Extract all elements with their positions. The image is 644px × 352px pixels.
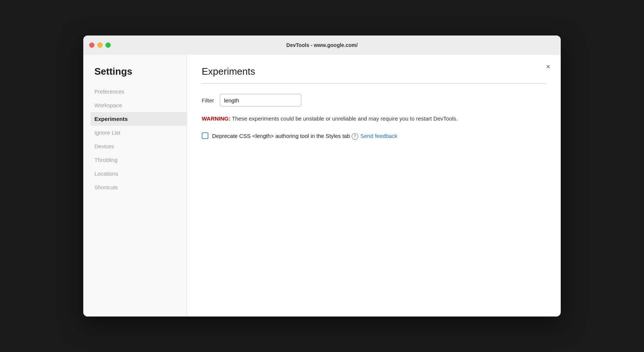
traffic-lights xyxy=(89,43,111,48)
sidebar-item-devices[interactable]: Devices xyxy=(94,139,187,153)
experiment-checkbox[interactable] xyxy=(202,132,208,139)
close-traffic-light[interactable] xyxy=(89,43,94,48)
devtools-window: DevTools - www.google.com/ Settings Pref… xyxy=(83,35,561,317)
main-content: × Experiments Filter WARNING: These expe… xyxy=(187,55,561,317)
filter-label: Filter xyxy=(202,97,214,104)
warning-block: WARNING: These experiments could be unst… xyxy=(202,115,546,123)
sidebar-nav: Preferences Workspace Experiments Ignore… xyxy=(94,85,187,194)
maximize-traffic-light[interactable] xyxy=(105,43,111,48)
experiment-text: Deprecate CSS <length> authoring tool in… xyxy=(212,132,398,141)
filter-row: Filter xyxy=(202,94,546,106)
filter-input[interactable] xyxy=(220,94,301,106)
page-title: Experiments xyxy=(202,66,546,77)
sidebar-item-locations[interactable]: Locations xyxy=(94,167,187,180)
sidebar-item-experiments[interactable]: Experiments xyxy=(91,112,187,126)
content-area: Settings Preferences Workspace Experimen… xyxy=(83,55,561,317)
experiment-item: Deprecate CSS <length> authoring tool in… xyxy=(202,132,546,141)
minimize-traffic-light[interactable] xyxy=(97,43,103,48)
experiment-label: Deprecate CSS <length> authoring tool in… xyxy=(212,133,350,139)
close-button[interactable]: × xyxy=(546,63,550,70)
sidebar-item-workspace[interactable]: Workspace xyxy=(94,98,187,112)
title-divider xyxy=(202,83,546,84)
window-title: DevTools - www.google.com/ xyxy=(286,42,358,48)
sidebar: Settings Preferences Workspace Experimen… xyxy=(83,55,187,317)
sidebar-heading: Settings xyxy=(94,66,187,77)
sidebar-item-preferences[interactable]: Preferences xyxy=(94,85,187,98)
sidebar-item-shortcuts[interactable]: Shortcuts xyxy=(94,180,187,194)
help-icon: ? xyxy=(352,133,358,140)
sidebar-item-ignore-list[interactable]: Ignore List xyxy=(94,126,187,139)
send-feedback-link[interactable]: Send feedback xyxy=(360,133,398,139)
sidebar-item-throttling[interactable]: Throttling xyxy=(94,153,187,167)
titlebar: DevTools - www.google.com/ xyxy=(83,35,561,55)
warning-label: WARNING: xyxy=(202,115,231,122)
warning-text: These experiments could be unstable or u… xyxy=(231,115,458,122)
